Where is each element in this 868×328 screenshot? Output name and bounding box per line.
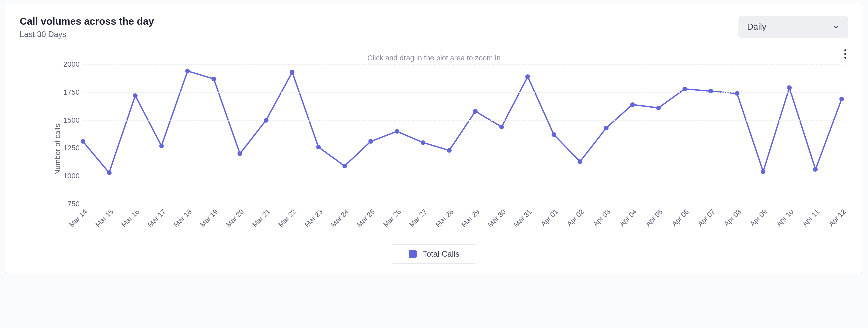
data-point <box>578 159 582 164</box>
y-tick-label: 1000 <box>63 172 80 180</box>
y-tick-label: 1250 <box>63 144 80 152</box>
data-point <box>813 167 818 172</box>
data-point <box>630 102 635 107</box>
chart-container: Number of calls 75010001250150017502000 … <box>20 64 848 234</box>
data-point <box>735 91 739 96</box>
plot[interactable]: 75010001250150017502000 <box>63 64 842 204</box>
x-tick-label: Mar 24 <box>329 208 350 229</box>
x-tick-label: Mar 27 <box>408 208 429 229</box>
card-subtitle: Last 30 Days <box>20 30 154 39</box>
data-point <box>761 169 766 174</box>
data-point <box>238 151 242 156</box>
y-tick-label: 750 <box>67 200 80 208</box>
x-tick-label: Apr 11 <box>801 208 822 228</box>
x-tick-label: Mar 26 <box>381 208 402 229</box>
x-tick-label: Mar 22 <box>277 208 298 229</box>
data-point <box>212 77 216 81</box>
period-dropdown-label: Daily <box>747 22 767 32</box>
x-tick-label: Mar 15 <box>94 208 115 229</box>
x-tick-label: Mar 20 <box>224 208 246 229</box>
gridline <box>83 64 842 65</box>
gridline <box>83 92 842 93</box>
y-axis-label: Number of calls <box>53 124 62 175</box>
legend-swatch-icon <box>409 250 417 258</box>
x-tick-label: Mar 18 <box>172 208 193 229</box>
x-tick-label: Apr 06 <box>670 208 690 228</box>
data-point <box>342 164 347 168</box>
x-tick-label: Apr 09 <box>749 208 769 228</box>
data-point <box>133 93 137 98</box>
x-tick-label: Apr 07 <box>696 208 716 228</box>
x-tick-label: Apr 12 <box>827 208 847 228</box>
card-header: Call volumes across the day Last 30 Days… <box>20 16 848 39</box>
kebab-dot-icon <box>844 49 846 51</box>
data-point <box>709 89 713 93</box>
x-tick-label: Mar 29 <box>460 208 481 229</box>
x-tick-label: Mar 30 <box>486 208 507 229</box>
legend-item-total-calls[interactable]: Total Calls <box>392 244 477 264</box>
call-volumes-card: Call volumes across the day Last 30 Days… <box>5 3 863 274</box>
data-point <box>185 69 190 73</box>
x-tick-label: Apr 10 <box>775 208 795 228</box>
data-point <box>473 109 477 114</box>
y-tick-label: 2000 <box>63 60 80 69</box>
title-block: Call volumes across the day Last 30 Days <box>20 16 154 39</box>
y-tick-label: 1500 <box>63 116 80 125</box>
plot-area[interactable]: 75010001250150017502000 <box>83 64 842 204</box>
data-point <box>421 140 425 145</box>
gridline <box>83 120 842 121</box>
data-point <box>682 87 687 91</box>
data-point <box>447 148 452 153</box>
x-tick-label: Mar 23 <box>303 208 324 229</box>
data-point <box>525 74 530 79</box>
period-dropdown[interactable]: Daily <box>738 16 848 38</box>
data-point <box>290 70 294 74</box>
data-point <box>159 144 164 148</box>
y-tick-label: 1750 <box>63 88 80 97</box>
gridline <box>83 176 842 176</box>
data-point <box>316 145 321 149</box>
legend-label: Total Calls <box>423 249 460 259</box>
x-tick-label: Apr 02 <box>565 208 586 228</box>
x-tick-label: Mar 21 <box>251 208 272 229</box>
kebab-dot-icon <box>844 57 846 59</box>
x-tick-label: Apr 04 <box>618 208 638 228</box>
x-axis: Mar 14Mar 15Mar 16Mar 17Mar 18Mar 19Mar … <box>83 208 842 234</box>
zoom-hint: Click and drag in the plot area to zoom … <box>20 54 848 62</box>
data-point <box>395 129 399 134</box>
data-point <box>107 170 112 175</box>
data-point <box>839 97 844 101</box>
data-point <box>656 106 661 110</box>
more-options-button[interactable] <box>842 46 848 62</box>
card-title: Call volumes across the day <box>20 16 154 27</box>
data-point <box>368 139 373 144</box>
x-tick-label: Apr 01 <box>539 208 560 228</box>
data-point <box>552 132 556 137</box>
gridline <box>83 148 842 148</box>
x-tick-label: Apr 08 <box>722 208 743 228</box>
data-point <box>499 125 504 129</box>
data-point <box>604 126 609 130</box>
x-tick-label: Mar 16 <box>120 208 141 229</box>
x-tick-label: Mar 14 <box>68 208 89 229</box>
x-tick-label: Apr 03 <box>592 208 612 228</box>
data-point <box>787 85 792 90</box>
line-series <box>83 64 842 204</box>
x-tick-label: Mar 25 <box>355 208 376 229</box>
data-point <box>81 139 85 144</box>
x-tick-label: Mar 31 <box>512 208 533 229</box>
chevron-down-icon <box>832 23 840 31</box>
kebab-dot-icon <box>844 53 846 55</box>
x-tick-label: Mar 19 <box>198 208 219 229</box>
legend: Total Calls <box>20 244 848 264</box>
x-tick-label: Mar 28 <box>434 208 455 229</box>
x-tick-label: Apr 05 <box>644 208 664 228</box>
x-tick-label: Mar 17 <box>146 208 167 229</box>
